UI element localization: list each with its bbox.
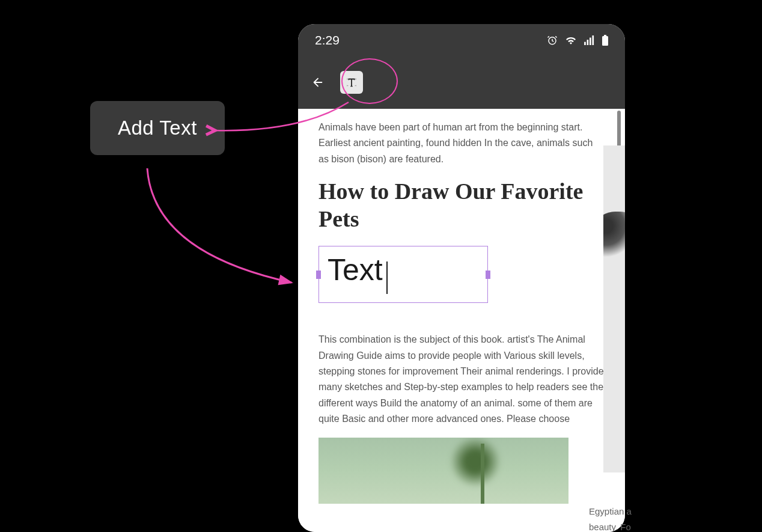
battery-icon (602, 35, 608, 46)
text-box-value[interactable]: Text (328, 252, 383, 287)
svg-rect-4 (592, 35, 594, 45)
svg-rect-2 (587, 40, 589, 45)
resize-handle-right[interactable] (486, 271, 490, 279)
text-cursor (386, 261, 388, 294)
status-icons (547, 35, 608, 46)
document-heading: How to Draw Our Favorite Pets (319, 178, 605, 233)
resize-handle-left[interactable] (316, 271, 321, 279)
document-content[interactable]: Animals have been part of human art from… (298, 109, 625, 532)
status-time: 2:29 (315, 33, 340, 47)
svg-rect-3 (590, 37, 591, 44)
annotation-arrow-2 (141, 168, 303, 295)
side-text-line-1: Egyptian a (589, 504, 632, 519)
text-box-selected[interactable]: Text (319, 246, 488, 303)
content-image (319, 438, 568, 504)
paragraph-1: Animals have been part of human art from… (319, 120, 605, 167)
back-button[interactable] (306, 71, 329, 94)
alarm-icon (547, 35, 558, 46)
status-bar: 2:29 (298, 24, 625, 56)
app-bar (298, 56, 625, 109)
signal-icon (584, 35, 595, 45)
svg-rect-5 (602, 36, 608, 46)
svg-rect-1 (584, 41, 586, 44)
next-page-peek[interactable] (603, 145, 625, 472)
svg-rect-6 (604, 35, 606, 36)
tooltip-label: Add Text (118, 117, 197, 139)
peek-image (603, 212, 625, 260)
wifi-icon (565, 35, 577, 45)
side-page-text: Egyptian a beauty. Fo (589, 504, 632, 532)
add-text-tooltip: Add Text (90, 101, 225, 155)
text-tool-icon (345, 76, 358, 89)
add-text-button[interactable] (340, 71, 363, 94)
arrow-left-icon (311, 76, 325, 89)
side-text-line-2: beauty. Fo (589, 519, 632, 533)
paragraph-2: This combination is the subject of this … (319, 332, 605, 427)
phone-frame: 2:29 (298, 24, 625, 532)
